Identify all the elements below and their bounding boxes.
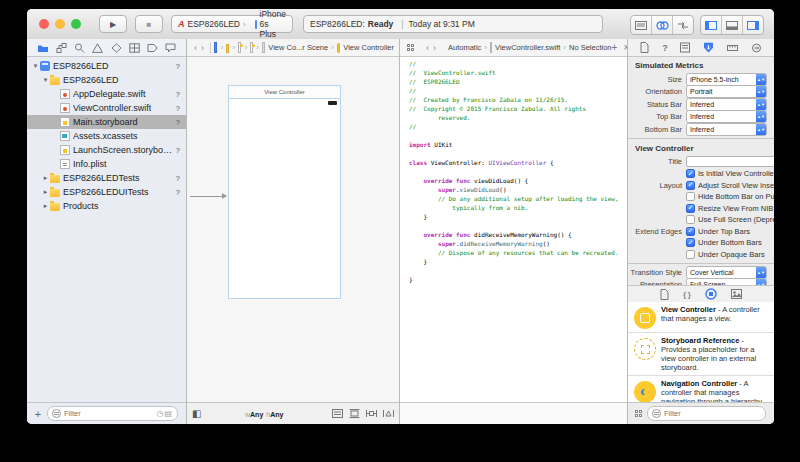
file-tree-item[interactable]: ▸Products xyxy=(27,199,186,213)
utilities-panel-toggle[interactable] xyxy=(743,16,763,34)
zoom-window-button[interactable] xyxy=(71,19,81,29)
scheme-selector[interactable]: A ESP8266LED › iPhone 6s Plus xyxy=(171,15,293,33)
standard-editor-button[interactable] xyxy=(631,16,652,34)
initial-view-controller-arrow[interactable] xyxy=(190,196,227,198)
assistant-mode-label[interactable]: Automatic xyxy=(448,43,481,52)
file-inspector-tab[interactable] xyxy=(640,42,649,53)
add-assistant-editor-button[interactable]: + xyxy=(612,42,618,53)
library-item-view-controller[interactable]: View Controller - A controller that mana… xyxy=(628,302,774,333)
identity-inspector-tab[interactable] xyxy=(680,42,690,53)
dropdown-size[interactable]: iPhone 5.5-inch▲▼ xyxy=(686,73,767,86)
storyboard-doc-icon[interactable] xyxy=(238,42,241,53)
file-template-library-tab[interactable] xyxy=(660,289,669,300)
disclosure-triangle-icon[interactable]: ▸ xyxy=(41,202,50,210)
file-tree-item[interactable]: Main.storyboard? xyxy=(27,115,186,129)
project-doc-icon[interactable] xyxy=(214,42,217,53)
dropdown-transition-style[interactable]: Cover Vertical▲▼ xyxy=(686,266,767,279)
stop-button[interactable]: ■ xyxy=(135,15,163,33)
related-items-icon[interactable] xyxy=(407,44,414,51)
close-assistant-editor-button[interactable]: × xyxy=(623,42,627,53)
checkbox-under-opaque-bars[interactable] xyxy=(686,250,695,259)
checkbox-adjust-scroll-view-insets[interactable]: ✓ xyxy=(686,181,695,190)
align-button[interactable] xyxy=(349,409,360,418)
forward-button[interactable]: › xyxy=(201,43,204,53)
code-snippet-library-tab[interactable]: { } xyxy=(683,291,690,298)
stack-button[interactable] xyxy=(332,409,343,418)
file-breadcrumb[interactable]: ViewController.swift xyxy=(495,43,560,52)
navigator-filter-field[interactable]: ◷ ▤ xyxy=(47,406,178,421)
file-tree-item[interactable]: LaunchScreen.storyboard? xyxy=(27,143,186,157)
group-folder-icon[interactable] xyxy=(226,44,229,53)
source-code-editor[interactable]: //// ViewController.swift// ESP8266LED//… xyxy=(400,56,627,402)
version-editor-button[interactable] xyxy=(673,16,693,34)
size-inspector-tab[interactable] xyxy=(727,43,738,53)
checkbox-under-bottom-bars[interactable]: ✓ xyxy=(686,238,695,247)
project-navigator-tab[interactable] xyxy=(37,43,49,53)
dropdown-orientation[interactable]: Portrait▲▼ xyxy=(686,85,767,98)
issue-navigator-tab[interactable] xyxy=(92,43,103,53)
test-navigator-tab[interactable] xyxy=(111,43,122,53)
file-tree-item[interactable]: Assets.xcassets xyxy=(27,129,186,143)
disclosure-triangle-icon[interactable]: ▸ xyxy=(41,188,50,196)
quick-help-inspector-tab[interactable]: ? xyxy=(662,43,668,53)
document-outline-toggle[interactable]: ◧ xyxy=(192,408,201,419)
add-item-button[interactable]: + xyxy=(32,408,44,420)
size-class-control[interactable]: wAnyhAny xyxy=(245,403,286,424)
back-button[interactable]: ‹ xyxy=(426,43,429,53)
object-library-tab[interactable] xyxy=(705,288,717,300)
pin-button[interactable] xyxy=(366,409,377,418)
navigator-filter-input[interactable] xyxy=(64,409,156,418)
assistant-editor-button[interactable] xyxy=(652,16,673,34)
library-grid-view-icon[interactable] xyxy=(635,410,642,417)
symbol-navigator-tab[interactable] xyxy=(56,43,67,53)
dropdown-bottom-bar[interactable]: Inferred▲▼ xyxy=(686,123,767,136)
scene-breadcrumb[interactable]: View Co...r Scene xyxy=(268,43,328,52)
debug-area-toggle[interactable] xyxy=(722,16,743,34)
storyboard-canvas[interactable]: View Controller xyxy=(187,56,399,402)
storyboard-base-doc-icon[interactable] xyxy=(250,42,253,53)
disclosure-triangle-icon[interactable]: ▸ xyxy=(41,174,50,182)
close-window-button[interactable] xyxy=(39,19,49,29)
file-tree-item[interactable]: Info.plist xyxy=(27,157,186,171)
library-filter-input[interactable] xyxy=(664,409,761,418)
checkbox-hide-bottom-bar-on-push[interactable] xyxy=(686,192,695,201)
checkbox-resize-view-from-nib[interactable]: ✓ xyxy=(686,204,695,213)
report-navigator-tab[interactable] xyxy=(165,43,176,53)
dropdown-top-bar[interactable]: Inferred▲▼ xyxy=(686,110,767,123)
recent-files-icon[interactable]: ◷ xyxy=(156,409,164,418)
source-control-status-icon[interactable]: ▤ xyxy=(164,409,173,418)
library-item-navigation-controller[interactable]: Navigation Controller - A controller tha… xyxy=(628,376,774,402)
checkbox-use-full-screen-deprecated-[interactable] xyxy=(686,215,695,224)
navigator-panel-toggle[interactable] xyxy=(701,16,722,34)
run-button[interactable]: ▶ xyxy=(99,15,127,33)
library-filter-field[interactable] xyxy=(647,406,766,421)
file-tree-item[interactable]: ▾ESP8266LED? xyxy=(27,59,186,73)
disclosure-triangle-icon[interactable]: ▾ xyxy=(41,76,50,84)
forward-button[interactable]: › xyxy=(433,43,436,53)
selection-breadcrumb[interactable]: No Selection xyxy=(569,43,612,52)
view-controller-scene[interactable]: View Controller xyxy=(228,85,341,299)
title-field[interactable] xyxy=(686,156,774,167)
file-tree-item[interactable]: ▸ESP8266LEDUITests? xyxy=(27,185,186,199)
file-tree-item[interactable]: ▾ESP8266LED xyxy=(27,73,186,87)
scene-title-bar[interactable]: View Controller xyxy=(228,85,341,99)
file-tree-item[interactable]: ▸ESP8266LEDTests? xyxy=(27,171,186,185)
resolve-autolayout-button[interactable] xyxy=(383,409,394,418)
controller-breadcrumb[interactable]: View Controller xyxy=(343,43,394,52)
attributes-inspector-tab[interactable] xyxy=(703,42,714,53)
disclosure-triangle-icon[interactable]: ▾ xyxy=(31,62,40,70)
media-library-tab[interactable] xyxy=(731,289,742,299)
file-tree-item[interactable]: ViewController.swift? xyxy=(27,101,186,115)
breakpoint-navigator-tab[interactable] xyxy=(147,43,158,53)
file-tree-item[interactable]: AppDelegate.swift? xyxy=(27,87,186,101)
library-item-storyboard-reference[interactable]: Storyboard Reference - Provides a placeh… xyxy=(628,333,774,376)
dropdown-status-bar[interactable]: Inferred▲▼ xyxy=(686,98,767,111)
debug-navigator-tab[interactable] xyxy=(129,43,140,53)
back-button[interactable]: ‹ xyxy=(194,43,197,53)
checkbox-is-initial-view-controller[interactable]: ✓ xyxy=(686,169,695,178)
minimize-window-button[interactable] xyxy=(55,19,65,29)
checkbox-under-top-bars[interactable]: ✓ xyxy=(686,227,695,236)
scene-view[interactable] xyxy=(228,99,341,299)
search-navigator-tab[interactable] xyxy=(74,43,85,53)
connections-inspector-tab[interactable] xyxy=(751,43,762,53)
